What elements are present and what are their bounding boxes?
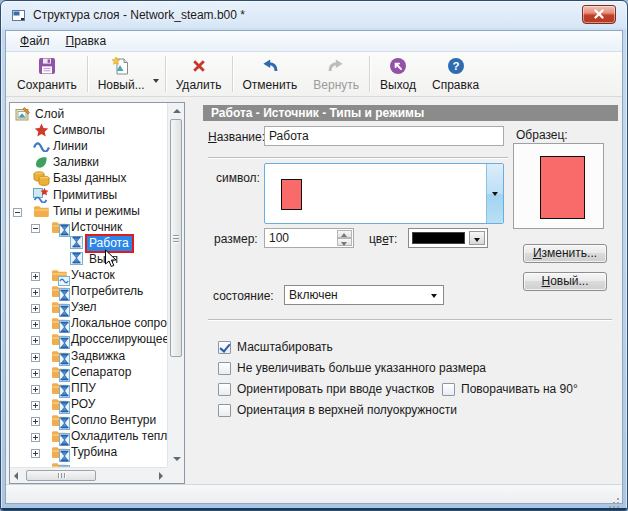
vertical-scroll-thumb[interactable] (170, 119, 182, 357)
tree-item-label[interactable]: Охладитель тепл (69, 429, 167, 444)
expand-plus-icon[interactable] (31, 367, 40, 376)
expand-plus-icon[interactable] (31, 415, 40, 424)
toolbar-exit-button[interactable]: Выход (372, 54, 424, 94)
tree-item-label[interactable]: Задвижка (69, 349, 128, 364)
chevron-down-icon[interactable] (153, 79, 159, 83)
tree-item-Турбина[interactable]: Турбина (11, 444, 167, 460)
horizontal-scroll-thumb[interactable] (26, 470, 96, 481)
new-button[interactable]: Новый... (523, 272, 607, 291)
spin-up-icon[interactable] (337, 230, 352, 238)
tree-item-Линии[interactable]: Линии (11, 138, 167, 154)
tree-item-label[interactable]: Узел (69, 300, 100, 315)
tree-item-label[interactable]: РОУ (69, 397, 98, 412)
tree-item-Участок[interactable]: Участок (11, 267, 167, 283)
tree-item-label[interactable]: Типы и режимы (51, 204, 143, 219)
tree-item-label[interactable]: Символы (51, 123, 108, 138)
close-button[interactable] (582, 5, 616, 24)
checkbox-label: Ориентировать при вводе участков (237, 382, 434, 396)
tree-item-Сопло Вентури[interactable]: Сопло Вентури (11, 412, 167, 428)
vertical-scrollbar[interactable] (167, 103, 184, 467)
expand-plus-icon[interactable] (31, 318, 40, 327)
checkbox-label: Поворачивать на 90° (461, 382, 578, 396)
edit-button[interactable]: Изменить... (523, 244, 607, 263)
tree-item-Локальное сопро[interactable]: Локальное сопро (11, 315, 167, 331)
horizontal-scrollbar[interactable] (10, 467, 167, 483)
tree-item-РОУ[interactable]: РОУ (11, 396, 167, 412)
tree-item-label[interactable]: Дросселирующее (69, 332, 167, 347)
tree-item-label[interactable]: Примитивы (51, 188, 120, 203)
menu-edit[interactable]: Правка (58, 32, 115, 50)
tree-item-label[interactable]: Потребитель (69, 284, 146, 299)
symbol-dropdown[interactable] (264, 163, 504, 224)
tree-item-Выкл[interactable]: Выкл (11, 251, 167, 267)
tree-item-Дросселирующее[interactable]: Дросселирующее (11, 331, 167, 347)
toolbar-save-button[interactable]: Сохранить (9, 54, 85, 94)
layer-tree[interactable]: СлойСимволыЛинииЗаливкиБазы данныхПримит… (9, 102, 185, 484)
tree-item-Типы и режимы[interactable]: Типы и режимы (11, 203, 167, 219)
chevron-down-icon[interactable] (469, 231, 485, 245)
tree-item-label[interactable]: Заливки (51, 155, 102, 170)
toolbar-new-button[interactable]: Новый... (90, 54, 153, 94)
tree-item-Примитивы[interactable]: Примитивы (11, 187, 167, 203)
tree-item-label[interactable]: Сопло Вентури (69, 413, 159, 428)
tree-item-Потребитель[interactable]: Потребитель (11, 283, 167, 299)
expand-plus-icon[interactable] (31, 383, 40, 392)
expand-minus-icon[interactable] (13, 206, 22, 215)
tree-item-label[interactable]: Линии (51, 139, 91, 154)
tree-item-label[interactable]: Базы данных (51, 171, 129, 186)
color-dropdown[interactable] (408, 228, 488, 248)
tree-item-Заливки[interactable]: Заливки (11, 154, 167, 170)
tree-item-Сепаратор[interactable]: Сепаратор (11, 364, 167, 380)
tree-item-Узел[interactable]: Узел (11, 299, 167, 315)
tree-item-Базы данных[interactable]: Базы данных (11, 170, 167, 186)
tree-item-label[interactable]: Участок (69, 268, 118, 283)
expand-minus-icon[interactable] (31, 222, 40, 231)
tree-item-label[interactable]: ППУ (69, 381, 99, 396)
toolbar-help-button[interactable]: ?Справка (424, 54, 487, 94)
tree-item-Охладитель тепл[interactable]: Охладитель тепл (11, 428, 167, 444)
toolbar-undo-button[interactable]: Отменить (235, 54, 306, 94)
tree-item-Задвижка[interactable]: Задвижка (11, 348, 167, 364)
undo-icon (260, 56, 280, 77)
tree-item-Символы[interactable]: Символы (11, 122, 167, 138)
tree-item-Работа[interactable]: Работа (11, 235, 167, 251)
size-stepper[interactable] (337, 230, 352, 246)
tree-item-partial[interactable] (11, 460, 167, 467)
state-dropdown[interactable]: Включен (284, 285, 444, 305)
spin-down-icon[interactable] (337, 238, 352, 246)
expand-plus-icon[interactable] (31, 334, 40, 343)
expand-plus-icon[interactable] (31, 302, 40, 311)
scroll-left-icon[interactable] (14, 472, 18, 480)
tree-item-ППУ[interactable]: ППУ (11, 380, 167, 396)
tree-item-Источник[interactable]: Источник (11, 219, 167, 235)
scroll-down-icon[interactable] (173, 457, 181, 461)
scroll-right-icon[interactable] (159, 472, 163, 480)
scroll-up-icon[interactable] (173, 109, 181, 113)
chevron-down-icon[interactable] (486, 164, 503, 223)
expand-plus-icon[interactable] (31, 351, 40, 360)
checkbox[interactable] (218, 404, 231, 417)
tree-item-label[interactable]: Сепаратор (69, 365, 134, 380)
menu-file[interactable]: Файл (12, 32, 58, 50)
checkbox[interactable] (218, 341, 231, 354)
expand-plus-icon[interactable] (31, 431, 40, 440)
expand-plus-icon[interactable] (31, 270, 40, 279)
tree-item-label[interactable]: Локальное сопро (69, 316, 167, 331)
expand-plus-icon[interactable] (31, 447, 40, 456)
checkbox[interactable] (442, 383, 455, 396)
tree-item-label[interactable]: Слой (33, 107, 67, 122)
expand-plus-icon[interactable] (31, 399, 40, 408)
checkbox[interactable] (218, 383, 231, 396)
name-input[interactable]: Работа (264, 126, 504, 146)
tree-item-Слой[interactable]: Слой (11, 106, 167, 122)
title-bar[interactable]: Структура слоя - Network_steam.b00 * (1, 1, 627, 30)
toolbar-delete-button[interactable]: Удалить (168, 54, 230, 94)
tree-item-label[interactable]: Источник (69, 220, 125, 235)
checkbox[interactable] (218, 362, 231, 375)
expand-plus-icon[interactable] (31, 286, 40, 295)
folder-hourglass-icon (51, 219, 68, 235)
size-input[interactable]: 100 (264, 228, 354, 248)
resize-grip-icon[interactable] (608, 489, 620, 501)
tree-item-label[interactable]: Турбина (69, 445, 120, 460)
state-label: состояние: (213, 289, 274, 303)
